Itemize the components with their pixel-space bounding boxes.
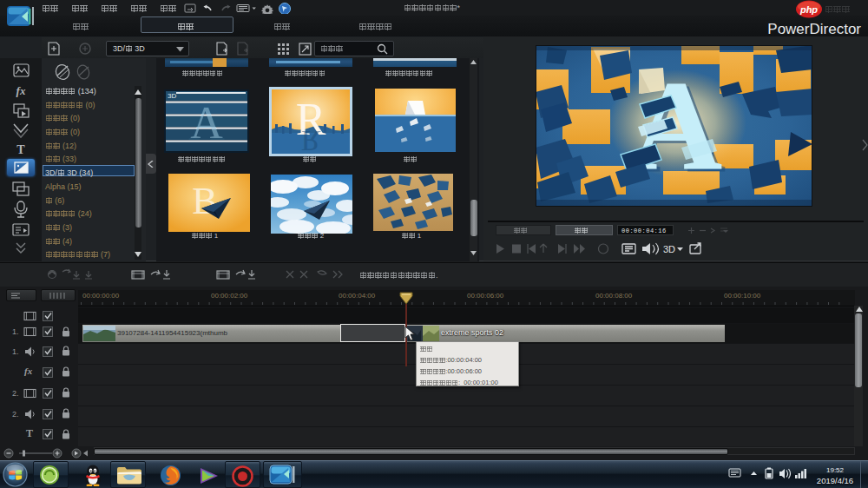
svg-text:fx: fx <box>16 84 26 97</box>
svg-text:B: B <box>192 180 217 222</box>
svg-text:php: php <box>799 4 818 15</box>
svg-text:R: R <box>301 125 321 156</box>
svg-text:3D: 3D <box>663 244 675 254</box>
svg-text:A: A <box>190 98 223 148</box>
svg-text:3D: 3D <box>168 92 176 100</box>
svg-text:T: T <box>16 143 25 156</box>
